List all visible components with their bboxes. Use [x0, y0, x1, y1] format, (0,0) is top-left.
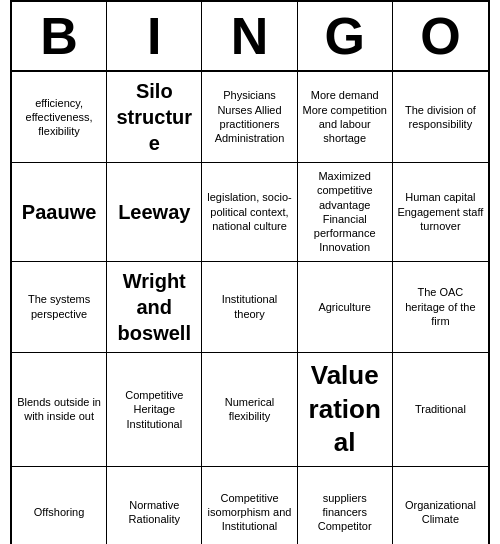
- bingo-cell-24: Organizational Climate: [393, 467, 488, 544]
- bingo-letter-n: N: [202, 2, 297, 70]
- bingo-cell-20: Offshoring: [12, 467, 107, 544]
- bingo-letter-i: I: [107, 2, 202, 70]
- bingo-cell-19: Traditional: [393, 353, 488, 467]
- bingo-cell-4: The division of responsibility: [393, 72, 488, 163]
- bingo-cell-23: suppliers financers Competitor: [298, 467, 393, 544]
- bingo-cell-1: Silo structure: [107, 72, 202, 163]
- bingo-letter-g: G: [298, 2, 393, 70]
- bingo-cell-18: Value rational: [298, 353, 393, 467]
- bingo-cell-12: Institutional theory: [202, 262, 297, 353]
- bingo-cell-0: efficiency, effectiveness, flexibility: [12, 72, 107, 163]
- bingo-cell-15: Blends outside in with inside out: [12, 353, 107, 467]
- bingo-cell-10: The systems perspective: [12, 262, 107, 353]
- bingo-cell-7: legislation, socio-political context, na…: [202, 163, 297, 262]
- bingo-cell-2: Physicians Nurses Allied practitioners A…: [202, 72, 297, 163]
- bingo-cell-17: Numerical flexibility: [202, 353, 297, 467]
- bingo-header: BINGO: [12, 2, 488, 72]
- bingo-grid: efficiency, effectiveness, flexibilitySi…: [12, 72, 488, 544]
- bingo-cell-13: Agriculture: [298, 262, 393, 353]
- bingo-cell-5: Paauwe: [12, 163, 107, 262]
- bingo-cell-11: Wright and boswell: [107, 262, 202, 353]
- bingo-cell-22: Competitive isomorphism and Institutiona…: [202, 467, 297, 544]
- bingo-card: BINGO efficiency, effectiveness, flexibi…: [10, 0, 490, 544]
- bingo-cell-21: Normative Rationality: [107, 467, 202, 544]
- bingo-cell-14: The OAC heritage of the firm: [393, 262, 488, 353]
- bingo-cell-6: Leeway: [107, 163, 202, 262]
- bingo-letter-o: O: [393, 2, 488, 70]
- bingo-cell-16: Competitive Heritage Institutional: [107, 353, 202, 467]
- bingo-cell-3: More demand More competition and labour …: [298, 72, 393, 163]
- bingo-cell-8: Maximized competitive advantage Financia…: [298, 163, 393, 262]
- bingo-letter-b: B: [12, 2, 107, 70]
- bingo-cell-9: Human capital Engagement staff turnover: [393, 163, 488, 262]
